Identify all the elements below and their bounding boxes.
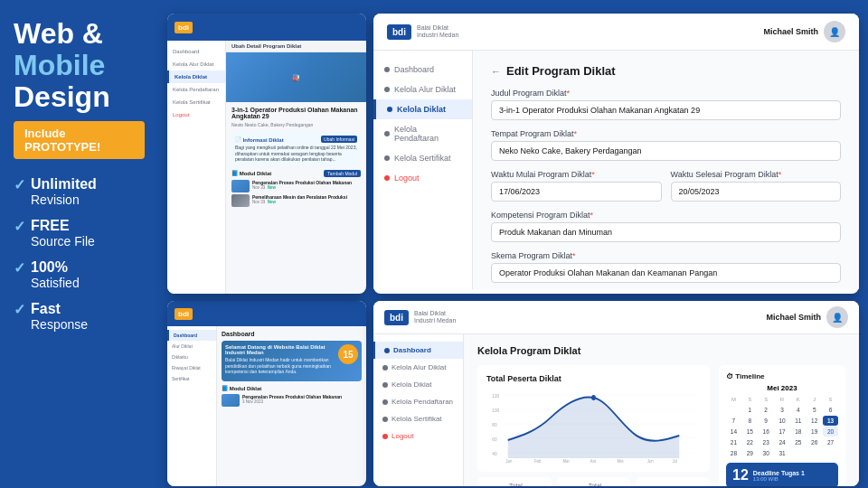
dl-sidebar-pendaftaran[interactable]: Kelola Pendaftaran: [373, 393, 463, 410]
cal-day-4[interactable]: 4: [790, 405, 806, 415]
cal-day-1[interactable]: 1: [742, 405, 758, 415]
lf-sidebar-logout[interactable]: Logout: [373, 168, 472, 188]
dl-sidebar-logout[interactable]: Logout: [373, 427, 463, 445]
lf-sidebar-pendaftaran[interactable]: Kelola Pendaftaran: [373, 119, 472, 148]
chart-section: Total Peserta Diklat 120 100 80 60 40: [477, 365, 710, 472]
bdi-logo-small: bdi: [175, 22, 193, 33]
input-waktu-selesai[interactable]: 20/05/2023: [671, 182, 842, 202]
input-tempat[interactable]: Neko Neko Cake, Bakery Perdagangan: [491, 141, 841, 161]
cal-day-26[interactable]: 26: [807, 437, 822, 447]
cal-day-20[interactable]: 20: [823, 427, 838, 436]
svg-text:40: 40: [492, 450, 496, 456]
dash-hero-text-area: Selamat Datang di Website Balai Diklat I…: [225, 344, 335, 375]
sidebar-nav-sertifikat[interactable]: Kelola Sertifikat: [167, 96, 225, 108]
dl-sidebar-sertifikat[interactable]: Kelola Sertifikat: [373, 410, 463, 427]
cal-day-9[interactable]: 9: [759, 416, 774, 426]
cal-day-13[interactable]: 13: [823, 416, 838, 426]
sidebar-nav-pendaftaran[interactable]: Kelola Pendaftaran: [167, 83, 225, 96]
cal-day-2[interactable]: 2: [759, 405, 774, 415]
modul-item-dash-1: Pengenalan Proses Produksi Olahan Makana…: [222, 394, 362, 407]
sidebar-nav-diklat[interactable]: Kelola Diklat: [167, 70, 225, 83]
label-waktu-selesai: Waktu Selesai Program Diklat*: [671, 170, 842, 179]
input-kompetensi[interactable]: Produk Makanan dan Minuman: [491, 222, 841, 242]
form-group-judul: Judul Program Diklat* 3-in-1 Operator Pr…: [491, 89, 841, 120]
cal-day-17[interactable]: 17: [775, 427, 790, 436]
sidebar-nav-dashboard[interactable]: Dashboard: [167, 45, 225, 58]
modul-section: 📘 Modul Diklat Tambah Modul: [231, 170, 361, 177]
form-title: ← Edit Program Diklat: [491, 64, 841, 78]
svg-text:100: 100: [492, 407, 499, 413]
input-skema[interactable]: Operator Produksi Olahan Makanan dan Kea…: [491, 263, 841, 283]
tambah-modul-btn[interactable]: Tambah Modul: [324, 170, 361, 177]
input-waktu-mulai[interactable]: 17/06/2023: [491, 182, 662, 202]
dash-hero-text: Balai Diklat Industri Medan hadir untuk …: [225, 357, 335, 375]
bottom-row: bdi Dashboard Alur Diklat Diklatku Riway…: [167, 301, 859, 486]
cal-day-16[interactable]: 16: [759, 427, 774, 436]
cal-day-12[interactable]: 12: [807, 416, 822, 426]
cal-day-6[interactable]: 6: [823, 405, 838, 415]
dash-sidebar-riwayat[interactable]: Riwayat Diklat: [167, 362, 216, 373]
cal-day-8[interactable]: 8: [742, 416, 758, 426]
deadline-info: Deadline Tugas 1 13:00 WIB: [753, 470, 832, 482]
cal-day-19[interactable]: 19: [807, 427, 822, 436]
cal-day-25[interactable]: 25: [790, 437, 806, 447]
sidebar-nav-alur[interactable]: Kelola Alur Diklat: [167, 58, 225, 70]
info-text: Bagi yang mengikuti pelatihan online di …: [235, 145, 357, 163]
screenshots-area: bdi Dashboard Kelola Alur Diklat Kelola …: [158, 0, 868, 488]
info-btn[interactable]: Ubah Informasi: [321, 136, 357, 143]
feature-unlimited: ✓ Unlimited Revision: [14, 175, 145, 208]
dash-bdi-sub2: Industri Medan: [414, 317, 456, 324]
dl-sidebar-dashboard[interactable]: Dashboard: [373, 342, 463, 359]
large-form-header: bdi Balai Diklat Industri Medan Michael …: [373, 14, 859, 51]
dash-sidebar-diklatku[interactable]: Diklatku: [167, 352, 216, 362]
cal-day-5[interactable]: 5: [807, 405, 822, 415]
form-group-skema: Skema Program Diklat* Operator Produksi …: [491, 251, 841, 283]
form-grid: Judul Program Diklat* 3-in-1 Operator Pr…: [491, 89, 841, 289]
feature-satisfied-text: 100% Satisfied: [31, 258, 80, 291]
cal-header: ⏱ Timeline: [726, 372, 838, 380]
back-arrow-icon[interactable]: ←: [491, 66, 501, 77]
cal-day-29[interactable]: 29: [742, 448, 758, 458]
stat-info-peserta: Total Peserta 340: [509, 483, 544, 486]
cal-header-k: K: [790, 395, 806, 404]
cal-day-11[interactable]: 11: [790, 416, 806, 426]
cal-day-7[interactable]: 7: [726, 416, 741, 426]
lf-sidebar-dashboard[interactable]: Dashboard: [373, 60, 472, 80]
cal-day-15[interactable]: 15: [742, 427, 758, 436]
cal-month: Mei 2023: [726, 384, 838, 392]
cal-day-30[interactable]: 30: [759, 448, 774, 458]
dash-sidebar-sertifikat[interactable]: Sertifikat: [167, 373, 216, 384]
dl-sidebar-diklat[interactable]: Kelola Diklat: [373, 376, 463, 393]
dl-sidebar-alur[interactable]: Kelola Alur Diklat: [373, 359, 463, 376]
cal-day-23[interactable]: 23: [759, 437, 774, 447]
chart-svg: 120 100 80 60 40: [486, 390, 701, 463]
svg-point-10: [591, 395, 596, 400]
cal-grid: M S S R K J S 1 2 3 4: [726, 395, 838, 458]
dash-sidebar-alur[interactable]: Alur Diklat: [167, 341, 216, 352]
sidebar-nav-logout[interactable]: Logout: [167, 108, 225, 121]
cal-day-31[interactable]: 31: [775, 448, 790, 458]
cal-day-18[interactable]: 18: [790, 427, 806, 436]
small-content-body: 3-in-1 Operator Produksi Olahan Makanan …: [226, 102, 366, 213]
lf-sidebar-sertifikat[interactable]: Kelola Sertifikat: [373, 148, 472, 168]
feature-fast-text: Fast Response: [31, 300, 88, 333]
cal-header-m: M: [726, 395, 741, 404]
cal-day-22[interactable]: 22: [742, 437, 758, 447]
cal-day-3[interactable]: 3: [775, 405, 790, 415]
dash-sidebar-dashboard[interactable]: Dashboard: [167, 330, 216, 341]
cal-day-27[interactable]: 27: [823, 437, 838, 447]
checkmark-icon: ✓: [14, 301, 25, 318]
lf-sidebar-diklat[interactable]: Kelola Diklat: [373, 99, 472, 119]
modul-item-1: Pengenalan Proses Produksi Olahan Makana…: [231, 180, 361, 192]
lf-sidebar-alur[interactable]: Kelola Alur Diklat: [373, 80, 472, 99]
cal-day-24[interactable]: 24: [775, 437, 790, 447]
small-content-sub: Nesto Nesto Cake, Bakery Perdagangan: [231, 122, 361, 127]
svg-text:Jul: Jul: [672, 459, 677, 463]
content-image: 🏭: [226, 52, 366, 102]
cal-day-21[interactable]: 21: [726, 437, 741, 447]
cal-day-28[interactable]: 28: [726, 448, 741, 458]
bdi-logo-small-dash: bdi: [175, 308, 193, 320]
cal-day-10[interactable]: 10: [775, 416, 790, 426]
cal-day-14[interactable]: 14: [726, 427, 741, 436]
input-judul[interactable]: 3-in-1 Operator Produksi Olahan Makanan …: [491, 100, 841, 120]
